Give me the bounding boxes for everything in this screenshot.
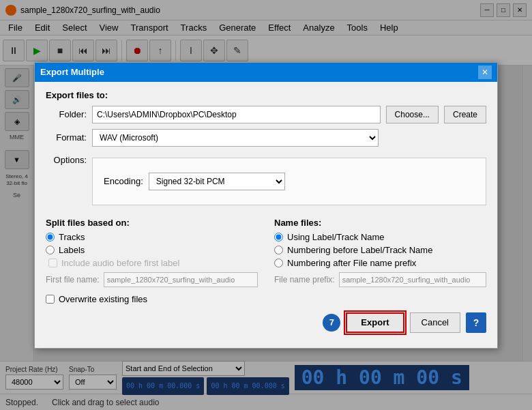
include-audio-checkbox[interactable] [48, 259, 57, 267]
dialog-title: Export Multiple [40, 67, 104, 77]
cancel-button[interactable]: Cancel [410, 312, 460, 333]
radio-using-label-track[interactable] [274, 233, 283, 241]
include-audio-label: Include audio before first label [61, 258, 179, 268]
radio-labels-row: Labels [46, 245, 258, 255]
dialog-close-button[interactable]: ✕ [478, 65, 492, 79]
split-right: Name files: Using Label/Track Name Numbe… [274, 218, 486, 287]
format-select[interactable]: WAV (Microsoft) MP3 Files OGG Vorbis FLA… [92, 129, 379, 147]
radio-numbering-before[interactable] [274, 246, 283, 254]
export-button[interactable]: Export [346, 312, 404, 333]
first-file-label: First file name: [46, 275, 100, 284]
encoding-select[interactable]: Signed 32-bit PCM Signed 16-bit PCM Unsi… [149, 173, 285, 190]
dialog-title-bar: Export Multiple ✕ [35, 63, 497, 82]
choose-button[interactable]: Choose... [386, 106, 439, 123]
section-export-label: Export files to: [46, 90, 486, 100]
folder-row: Folder: Choose... Create [46, 106, 486, 123]
first-file-row: First file name: [46, 272, 258, 287]
radio-labels[interactable] [46, 246, 55, 254]
options-label: Options: [46, 155, 87, 165]
step-badge: 7 [323, 314, 340, 332]
help-button[interactable]: ? [466, 312, 486, 333]
create-button[interactable]: Create [444, 106, 486, 123]
file-prefix-row: File name prefix: [274, 272, 486, 287]
folder-input[interactable] [92, 106, 381, 123]
dialog-buttons: 7 Export Cancel ? [46, 312, 486, 333]
split-label: Split files based on: [46, 218, 258, 228]
split-section: Split files based on: Tracks Labels Incl… [46, 218, 486, 287]
radio-tracks-label: Tracks [59, 232, 85, 242]
radio-numbering-before-row: Numbering before Label/Track Name [274, 245, 486, 255]
encoding-row: Encoding: Signed 32-bit PCM Signed 16-bi… [104, 173, 285, 190]
radio-using-label: Using Label/Track Name [287, 232, 385, 242]
radio-numbering-after-row: Numbering after File name prefix [274, 258, 486, 268]
radio-tracks[interactable] [46, 233, 55, 241]
modal-overlay: Export Multiple ✕ Export files to: Folde… [0, 0, 532, 410]
first-file-input[interactable] [104, 272, 258, 287]
radio-labels-label: Labels [59, 245, 85, 255]
radio-numbering-after-label: Numbering after File name prefix [287, 258, 416, 268]
options-box: Encoding: Signed 32-bit PCM Signed 16-bi… [92, 158, 486, 205]
format-row: Format: WAV (Microsoft) MP3 Files OGG Vo… [46, 129, 486, 147]
folder-label: Folder: [46, 109, 87, 119]
overwrite-checkbox[interactable] [46, 295, 55, 304]
radio-numbering-after[interactable] [274, 259, 283, 267]
radio-numbering-before-label: Numbering before Label/Track Name [287, 245, 432, 255]
export-multiple-dialog: Export Multiple ✕ Export files to: Folde… [34, 62, 498, 349]
format-label: Format: [46, 132, 87, 143]
radio-using-row: Using Label/Track Name [274, 232, 486, 242]
include-audio-row: Include audio before first label [48, 258, 258, 268]
name-files-label: Name files: [274, 218, 486, 228]
app-window: sample_1280x720_surfing_with_audio ─ □ ✕… [0, 0, 532, 410]
file-prefix-input[interactable] [339, 272, 486, 287]
overwrite-row: Overwrite existing files [46, 294, 486, 304]
overwrite-label: Overwrite existing files [59, 294, 147, 304]
split-left: Split files based on: Tracks Labels Incl… [46, 218, 258, 287]
encoding-label: Encoding: [104, 176, 143, 186]
radio-tracks-row: Tracks [46, 232, 258, 242]
dialog-body: Export files to: Folder: Choose... Creat… [35, 82, 497, 341]
file-prefix-label: File name prefix: [274, 275, 335, 284]
